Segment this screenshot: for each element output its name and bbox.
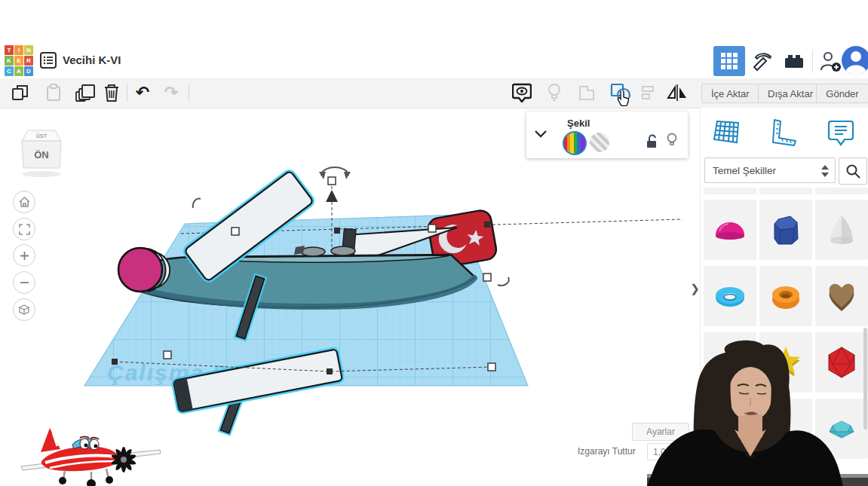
- undo-icon: ↶: [136, 84, 149, 101]
- select-arrows-icon: [821, 165, 829, 177]
- shape-tile-tube[interactable]: [759, 266, 812, 326]
- copy-button[interactable]: [8, 78, 33, 107]
- design-properties-icon[interactable]: [39, 50, 57, 73]
- lightbulb-icon: [547, 83, 562, 102]
- avatar-icon: [841, 45, 868, 75]
- minecraft-pickaxe-button[interactable]: [747, 46, 778, 76]
- pickaxe-icon: [751, 50, 774, 72]
- logo-cell: T: [5, 45, 14, 55]
- fit-view-button[interactable]: [13, 218, 35, 240]
- color-swatch[interactable]: [563, 131, 587, 155]
- duplicate-icon: [75, 83, 96, 102]
- workplane-tool-icon: [711, 117, 741, 147]
- viewcube-top-label: ÜST: [36, 133, 48, 139]
- logo-cell: R: [24, 56, 33, 66]
- nose-shape[interactable]: [118, 248, 170, 292]
- ruler-tool-icon: [768, 117, 799, 147]
- toolbar-divider: [189, 84, 189, 102]
- sidebar-collapse-handle[interactable]: ❯: [689, 277, 701, 300]
- group-button[interactable]: [575, 78, 599, 107]
- shape-inspector-panel: Şekil: [526, 112, 688, 158]
- duplicate-button[interactable]: [71, 78, 100, 107]
- shape-category-value: Temel Şekiller: [713, 165, 776, 176]
- polygon-prism-icon: [769, 213, 802, 246]
- home-view-button[interactable]: [13, 191, 35, 213]
- webcam-presenter-overlay: [647, 338, 868, 486]
- inspector-title: Şekil: [567, 118, 590, 129]
- eye-bubble-icon: [512, 83, 532, 102]
- redo-icon: ↷: [164, 84, 178, 101]
- tinkercad-app: T I N K E R C A D Vecihi K-VI: [0, 0, 868, 486]
- workplane-tool-button[interactable]: [710, 115, 743, 148]
- brick-button[interactable]: [778, 46, 810, 76]
- redo-button[interactable]: ↷: [159, 78, 183, 107]
- trash-icon: [103, 83, 120, 102]
- shape-tile-partial[interactable]: [704, 188, 756, 194]
- lightbulb-button[interactable]: [542, 78, 566, 107]
- fit-view-icon: [19, 224, 30, 235]
- add-person-icon: [818, 49, 842, 73]
- document-title[interactable]: Vecihi K-VI: [63, 53, 121, 66]
- notes-tool-icon: [826, 117, 856, 147]
- notes-tool-button[interactable]: [824, 115, 857, 148]
- search-icon: [845, 164, 860, 179]
- shape-tile-half-sphere[interactable]: [704, 200, 756, 260]
- minus-icon: [20, 281, 29, 284]
- paraboloid-icon: [825, 213, 858, 246]
- import-button[interactable]: İçe Aktar: [701, 84, 759, 103]
- search-shapes-button[interactable]: [839, 157, 867, 185]
- mirror-button[interactable]: [664, 78, 691, 107]
- delete-button[interactable]: [100, 78, 124, 107]
- group-icon: [577, 84, 597, 102]
- paste-icon: [45, 84, 62, 102]
- show-all-button[interactable]: [510, 78, 534, 107]
- copy-icon: [11, 84, 29, 102]
- logo-cell: A: [14, 66, 23, 76]
- header-divider: [812, 50, 813, 72]
- lego-brick-icon: [783, 51, 805, 71]
- home-icon: [19, 197, 30, 207]
- half-sphere-icon: [713, 213, 747, 246]
- user-avatar[interactable]: [841, 45, 868, 78]
- undo-button[interactable]: ↶: [130, 78, 155, 107]
- align-icon: [641, 84, 656, 101]
- heart-icon: [825, 280, 858, 313]
- logo-cell: C: [5, 66, 14, 76]
- cockpit-opening: [301, 247, 325, 256]
- logo-cell: N: [24, 45, 33, 55]
- shape-tile-partial[interactable]: [759, 188, 812, 194]
- toolbar-divider: [127, 84, 127, 102]
- logo-cell: K: [5, 56, 14, 66]
- ruler-tool-button[interactable]: [767, 115, 800, 148]
- export-button[interactable]: Dışa Aktar: [758, 84, 823, 103]
- paste-button[interactable]: [41, 78, 66, 107]
- shape-category-select[interactable]: Temel Şekiller: [704, 157, 836, 183]
- mouse-cursor: [617, 91, 629, 109]
- edit-toolbar: ↶ ↷ İçe Aktar Dışa Aktar Gönder: [0, 78, 868, 109]
- visibility-button[interactable]: [667, 133, 677, 151]
- collapse-panel-button[interactable]: [534, 128, 547, 142]
- transparent-swatch[interactable]: [590, 133, 609, 152]
- logo-cell: I: [14, 45, 23, 55]
- lock-button[interactable]: [646, 134, 658, 152]
- zoom-in-button[interactable]: [13, 244, 35, 267]
- tinkercad-logo[interactable]: T I N K E R C A D: [5, 45, 32, 75]
- viewcube-front-label: ÖN: [34, 149, 49, 160]
- shape-tile-polygon-prism[interactable]: [759, 200, 812, 260]
- shape-tile-paraboloid[interactable]: [815, 200, 868, 260]
- align-button[interactable]: [637, 78, 660, 107]
- zoom-out-button[interactable]: [13, 271, 35, 294]
- shape-tile-partial[interactable]: [815, 188, 868, 194]
- cartoon-plane-image: [20, 419, 163, 486]
- lightbulb-icon: [667, 133, 677, 148]
- perspective-toggle-button[interactable]: [13, 298, 35, 321]
- mirror-icon: [666, 84, 689, 102]
- shape-tile-heart[interactable]: [815, 266, 868, 326]
- blocks-grid-button[interactable]: [713, 46, 745, 76]
- tube-icon: [769, 280, 802, 313]
- unlock-icon: [646, 134, 658, 149]
- send-button[interactable]: Gönder: [816, 84, 868, 103]
- shape-tile-torus[interactable]: [704, 266, 756, 326]
- view-cube[interactable]: ÜST ÖN: [17, 124, 66, 183]
- raise-handle: [326, 190, 338, 202]
